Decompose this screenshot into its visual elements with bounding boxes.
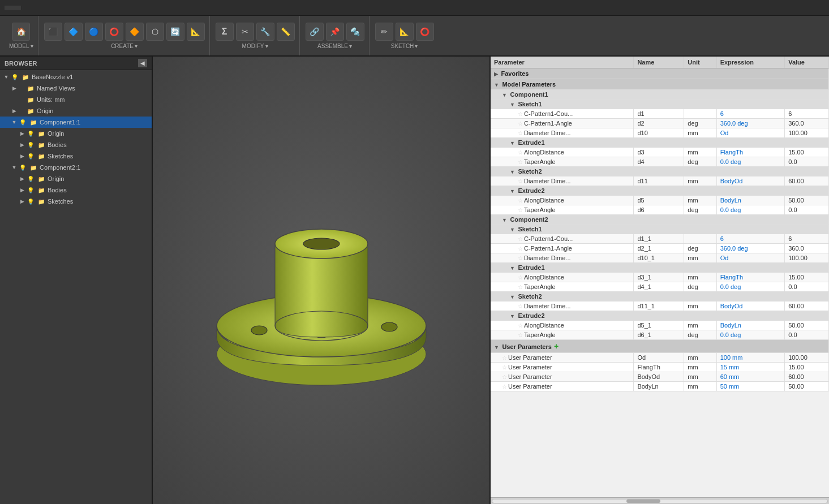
visibility-icon[interactable]: 💡 — [26, 152, 35, 161]
create-label[interactable]: CREATE▾ — [111, 43, 138, 49]
star-icon[interactable]: ☆ — [518, 245, 523, 252]
star-icon[interactable]: ☆ — [502, 384, 507, 390]
star-icon[interactable]: ☆ — [518, 130, 523, 136]
browser-item-comp1-origin[interactable]: ▶💡📁Origin — [0, 128, 152, 139]
subsection-row[interactable]: ▼ Sketch1 — [491, 225, 829, 234]
modify-scale-icon[interactable]: 📏 — [277, 23, 295, 41]
star-icon[interactable]: ☆ — [502, 355, 507, 361]
scrollbar-thumb[interactable] — [626, 499, 660, 503]
param-row[interactable]: ☆TaperAngled4deg0.0 deg0.0 — [491, 157, 829, 167]
param-row[interactable]: ☆User ParameterOdmm100 mm100.00 — [491, 353, 829, 363]
create-box-icon[interactable]: ⬛ — [44, 23, 62, 41]
assemble-label[interactable]: ASSEMBLE▾ — [317, 43, 352, 49]
star-icon[interactable]: ☆ — [518, 303, 523, 309]
create-more-icon[interactable]: 📐 — [187, 23, 205, 41]
browser-item-units[interactable]: 📁Units: mm — [0, 94, 152, 105]
param-row[interactable]: ☆AlongDistanced3mmFlangTh15.00 — [491, 148, 829, 157]
param-expression[interactable]: BodyOd — [716, 301, 785, 311]
browser-item-comp2[interactable]: ▼💡📁Component2:1 — [0, 162, 152, 173]
visibility-icon[interactable]: 💡 — [18, 163, 27, 172]
tree-arrow[interactable]: ▶ — [18, 187, 26, 193]
create-revolve-icon[interactable]: 🔄 — [166, 23, 184, 41]
sketch-label[interactable]: SKETCH▾ — [391, 43, 418, 49]
tree-arrow[interactable]: ▶ — [18, 131, 26, 136]
param-row[interactable]: ☆AlongDistanced3_1mmFlangTh15.00 — [491, 273, 829, 282]
param-row[interactable]: ☆User ParameterBodyOdmm60 mm60.00 — [491, 372, 829, 382]
visibility-icon[interactable]: 💡 — [26, 174, 35, 183]
subsection-row[interactable]: ▼ Sketch2 — [491, 167, 829, 176]
star-icon[interactable]: ☆ — [518, 149, 523, 156]
tab-basenozzle[interactable] — [5, 6, 22, 10]
param-expression[interactable]: 360.0 deg — [716, 119, 785, 128]
param-row[interactable]: ☆Diameter Dime...d11mmBodyOd60.00 — [491, 176, 829, 186]
param-expression[interactable]: 100 mm — [716, 353, 785, 363]
scrollbar-track[interactable] — [492, 499, 828, 503]
subsection-row[interactable]: ▼ Component1 — [491, 90, 829, 100]
viewport[interactable] — [153, 57, 489, 504]
browser-item-comp2-sketches[interactable]: ▶💡📁Sketches — [0, 196, 152, 207]
section-row[interactable]: ▶ Favorites — [491, 68, 829, 79]
star-icon[interactable]: ☆ — [518, 274, 523, 281]
modify-sigma-icon[interactable]: Σ — [216, 23, 234, 41]
visibility-icon[interactable]: 💡 — [26, 129, 35, 138]
browser-item-comp1-bodies[interactable]: ▶💡📁Bodies — [0, 139, 152, 150]
assemble-joint-icon[interactable]: 🔗 — [306, 23, 324, 41]
tree-arrow[interactable]: ▶ — [18, 142, 26, 148]
param-row[interactable]: ☆TaperAngled6deg0.0 deg0.0 — [491, 205, 829, 215]
star-icon[interactable]: ☆ — [518, 236, 523, 242]
star-icon[interactable]: ☆ — [518, 207, 523, 213]
visibility-icon[interactable]: 💡 — [10, 72, 19, 81]
star-icon[interactable]: ☆ — [502, 374, 507, 380]
assemble-pin-icon[interactable]: 📌 — [326, 23, 344, 41]
param-row[interactable]: ☆C-Pattern1-Angled2deg360.0 deg360.0 — [491, 119, 829, 128]
star-icon[interactable]: ☆ — [518, 120, 523, 127]
subsection-row[interactable]: ▼ Extrude2 — [491, 311, 829, 321]
visibility-icon[interactable]: 💡 — [26, 140, 35, 149]
param-expression[interactable]: Od — [716, 253, 785, 263]
assemble-bolt-icon[interactable]: 🔩 — [346, 23, 364, 41]
star-icon[interactable]: ☆ — [518, 322, 523, 329]
add-param-button[interactable]: + — [554, 342, 559, 351]
create-torus-icon[interactable]: ⭕ — [105, 23, 123, 41]
param-row[interactable]: ☆C-Pattern1-Angled2_1deg360.0 deg360.0 — [491, 244, 829, 253]
star-icon[interactable]: ☆ — [518, 332, 523, 338]
param-row[interactable]: ☆AlongDistanced5_1mmBodyLn50.00 — [491, 321, 829, 330]
param-expression[interactable]: 6 — [716, 109, 785, 119]
param-row[interactable]: ☆C-Pattern1-Cou...d1_166 — [491, 234, 829, 244]
modify-press-icon[interactable]: ✂ — [236, 23, 254, 41]
param-expression[interactable]: 50 mm — [716, 382, 785, 391]
browser-item-origin[interactable]: ▶📁Origin — [0, 105, 152, 117]
param-expression[interactable]: 0.0 deg — [716, 282, 785, 292]
star-icon[interactable]: ☆ — [502, 364, 507, 371]
modify-label[interactable]: MODIFY▾ — [242, 43, 268, 49]
modify-fillet-icon[interactable]: 🔧 — [256, 23, 274, 41]
tree-arrow[interactable]: ▶ — [10, 85, 18, 91]
tree-arrow[interactable]: ▶ — [18, 153, 26, 159]
sketch-line-icon[interactable]: ✏ — [375, 23, 393, 41]
browser-item-root[interactable]: ▼💡📁BaseNozzle v1 — [0, 71, 152, 83]
create-pipe-icon[interactable]: 🔶 — [126, 23, 144, 41]
param-row[interactable]: ☆TaperAngled6_1deg0.0 deg0.0 — [491, 330, 829, 340]
param-expression[interactable]: 60 mm — [716, 372, 785, 382]
star-icon[interactable]: ☆ — [518, 111, 523, 117]
star-icon[interactable]: ☆ — [518, 197, 523, 204]
param-row[interactable]: ☆AlongDistanced5mmBodyLn50.00 — [491, 196, 829, 205]
subsection-row[interactable]: ▼ Sketch2 — [491, 292, 829, 301]
section-row[interactable]: ▼ Model Parameters — [491, 79, 829, 90]
param-expression[interactable]: 0.0 deg — [716, 330, 785, 340]
visibility-icon[interactable]: 💡 — [18, 118, 27, 127]
param-expression[interactable]: BodyOd — [716, 176, 785, 186]
browser-item-comp1[interactable]: ▼💡📁Component1:1 — [0, 117, 152, 128]
tree-arrow[interactable]: ▼ — [2, 74, 10, 80]
browser-item-named-views[interactable]: ▶📁Named Views — [0, 83, 152, 94]
tree-arrow[interactable]: ▶ — [18, 199, 26, 204]
section-row[interactable]: ▼ User Parameters+ — [491, 340, 829, 353]
subsection-row[interactable]: ▼ Extrude1 — [491, 138, 829, 148]
param-expression[interactable]: FlangTh — [716, 148, 785, 157]
star-icon[interactable]: ☆ — [518, 284, 523, 290]
params-scrollbar[interactable] — [491, 497, 829, 504]
star-icon[interactable]: ☆ — [518, 178, 523, 184]
browser-item-comp1-sketches[interactable]: ▶💡📁Sketches — [0, 150, 152, 162]
create-cyl-icon[interactable]: 🔷 — [65, 23, 83, 41]
param-expression[interactable]: 0.0 deg — [716, 205, 785, 215]
